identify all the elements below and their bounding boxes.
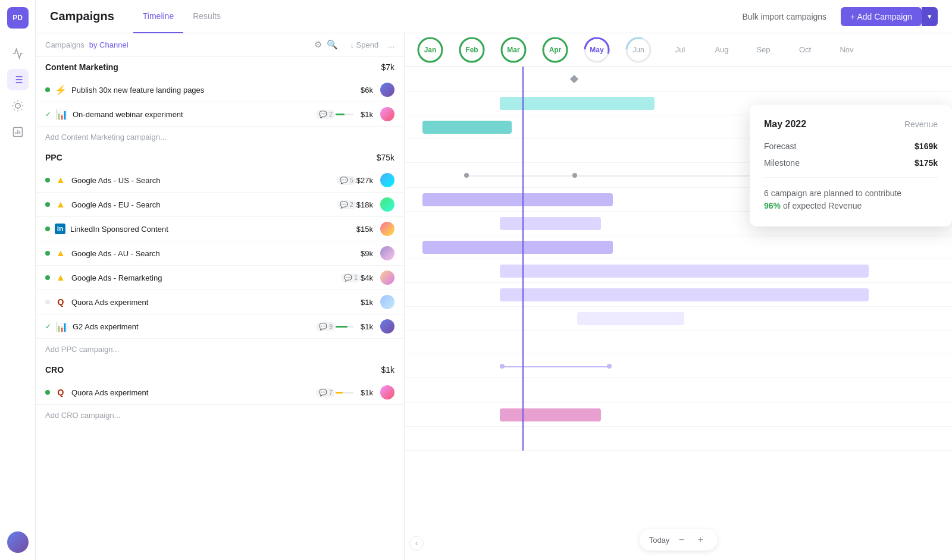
sidebar-icon-lightbulb[interactable]	[7, 95, 29, 117]
month-apr[interactable]: Apr	[534, 36, 576, 64]
gantt-bar-cro-quora	[500, 408, 601, 421]
month-jan[interactable]: Jan	[409, 36, 451, 64]
tooltip-description: 6 campaign are planned to contribute 96%…	[764, 187, 938, 212]
month-aug[interactable]: Aug	[701, 36, 743, 64]
campaign-avatar	[380, 222, 394, 236]
campaign-spend: $1k	[361, 322, 373, 331]
add-campaign-cro[interactable]: Add CRO campaign...	[36, 405, 404, 425]
timeline-row-quora-ppc[interactable]	[405, 307, 952, 331]
month-label: Jul	[659, 45, 701, 54]
add-campaign-content-marketing[interactable]: Add Content Marketing campaign...	[36, 127, 404, 147]
campaign-comments-badge: 💬 9	[316, 322, 336, 331]
timeline-row-remarketing[interactable]	[405, 283, 952, 307]
campaign-status-dot	[45, 251, 50, 256]
timeline-group-content-marketing	[405, 67, 952, 92]
user-avatar[interactable]	[7, 531, 29, 553]
timeline-row-google-au[interactable]	[405, 259, 952, 283]
campaign-row[interactable]: ✓ 📊 On-demand webinar experiment 💬 2 $1k	[36, 102, 404, 127]
header-tabs: Timeline Results	[133, 0, 230, 33]
month-label: Jun	[632, 46, 644, 54]
campaign-spend: $1k	[361, 110, 373, 119]
tooltip-divider	[764, 177, 938, 178]
campaign-row-google-remarketing[interactable]: ▲ Google Ads - Remarketing 💬 1 $4k	[36, 266, 404, 290]
campaign-spend: $18k	[356, 200, 373, 209]
timeline-row-add-cro	[405, 427, 952, 451]
more-options[interactable]: ...	[388, 40, 394, 49]
add-campaign-button[interactable]: + Add Campaign	[841, 7, 922, 26]
campaign-status-dot	[45, 202, 50, 207]
campaign-spend: $27k	[356, 176, 373, 185]
group-name-cro: CRO	[45, 365, 381, 375]
milestone-diamond	[571, 76, 577, 82]
month-mar[interactable]: Mar	[493, 36, 534, 64]
timeline-row-cro-quora[interactable]	[405, 403, 952, 427]
month-may[interactable]: May	[576, 36, 618, 64]
gantt-bar-linkedin	[422, 241, 613, 254]
add-campaign-ppc[interactable]: Add PPC campaign...	[36, 339, 404, 359]
campaign-comments-badge: 💬 5	[337, 176, 356, 185]
campaign-comments-badge: 💬 2	[337, 200, 356, 209]
month-oct[interactable]: Oct	[784, 36, 826, 64]
campaign-spend: $15k	[356, 225, 373, 234]
month-jun[interactable]: Jun	[618, 36, 659, 64]
header-actions: Bulk import campaigns + Add Campaign ▾	[735, 7, 938, 26]
ppc-line-dot-right	[572, 173, 577, 178]
add-campaign-dropdown-button[interactable]: ▾	[922, 7, 938, 26]
page-title: Campaigns	[50, 10, 114, 23]
sidebar-collapse-button[interactable]: ‹	[409, 536, 424, 550]
campaign-name-linkedin: LinkedIn Sponsored Content	[70, 225, 356, 234]
svg-line-14	[21, 102, 21, 103]
tooltip-forecast-label: Forecast	[764, 141, 796, 151]
campaign-row-google-us[interactable]: ▲ Google Ads - US - Search 💬 5 $27k	[36, 168, 404, 193]
campaign-row-google-eu[interactable]: ▲ Google Ads - EU - Search 💬 2 $18k	[36, 193, 404, 217]
campaign-row-linkedin[interactable]: in LinkedIn Sponsored Content $15k	[36, 217, 404, 241]
sidebar-icon-list[interactable]	[7, 69, 29, 90]
campaign-name: Publish 30x new feature landing pages	[71, 86, 361, 95]
campaign-name-google-eu: Google Ads - EU - Search	[71, 200, 333, 209]
campaign-spend: $1k	[361, 298, 373, 307]
campaign-comments-badge: 💬 1	[341, 273, 361, 282]
zoom-in-button[interactable]: +	[693, 533, 707, 547]
campaign-avatar	[380, 270, 394, 285]
campaign-icon-google-remarketing: ▲	[55, 272, 67, 284]
check-icon: ✓	[45, 110, 51, 118]
month-jul[interactable]: Jul	[659, 36, 701, 64]
campaign-icon-quora: Q	[55, 296, 67, 308]
sidebar-icon-chart[interactable]	[7, 43, 29, 64]
timeline-row-linkedin[interactable]	[405, 235, 952, 259]
campaign-row-cro-quora[interactable]: Q Quora Ads experiment 💬 7 $1k	[36, 380, 404, 405]
tooltip-percent: 96%	[764, 201, 781, 210]
zoom-out-button[interactable]: −	[674, 533, 688, 547]
timeline-row-g2[interactable]	[405, 331, 952, 354]
campaign-avatar	[380, 385, 394, 399]
campaign-avatar	[380, 246, 394, 260]
months-header: Jan Feb	[405, 33, 952, 67]
tooltip-description-text: 6 campaign are planned to contribute	[764, 188, 901, 198]
campaign-row-google-au[interactable]: ▲ Google Ads - AU - Search $9k	[36, 241, 404, 266]
campaign-row-quora[interactable]: Q Quora Ads experiment $1k	[36, 290, 404, 314]
month-sep[interactable]: Sep	[743, 36, 784, 64]
campaign-icon-google-ads: ▲	[55, 174, 67, 186]
month-feb[interactable]: Feb	[451, 36, 493, 64]
campaign-row[interactable]: ⚡ Publish 30x new feature landing pages …	[36, 78, 404, 102]
month-nov[interactable]: Nov	[826, 36, 868, 64]
main-content: Campaigns Timeline Results Bulk import c…	[36, 0, 952, 560]
today-button[interactable]: Today	[649, 536, 670, 545]
sidebar-icon-bar-chart[interactable]	[7, 121, 29, 143]
search-icon[interactable]: 🔍	[327, 39, 338, 50]
tab-results[interactable]: Results	[183, 0, 230, 33]
tab-timeline[interactable]: Timeline	[133, 0, 183, 33]
campaigns-channel-label: by Channel	[89, 40, 129, 49]
timeline-panel: Jan Feb	[405, 33, 952, 560]
month-label: Jan	[424, 46, 437, 54]
group-spend-content-marketing: $7k	[381, 62, 394, 72]
gantt-bar-quora-ppc	[577, 312, 684, 325]
bulk-import-button[interactable]: Bulk import campaigns	[735, 7, 834, 26]
tooltip-milestone-label: Milestone	[764, 158, 800, 168]
campaign-icon-bolt: ⚡	[55, 84, 67, 96]
group-spend-ppc: $75k	[377, 153, 394, 162]
spend-sort-label[interactable]: ↓ Spend	[350, 40, 378, 49]
campaign-row-g2[interactable]: ✓ 📊 G2 Ads experiment 💬 9 $1k	[36, 314, 404, 339]
month-label: Feb	[465, 46, 478, 54]
filter-icon[interactable]: ⚙	[314, 39, 322, 50]
